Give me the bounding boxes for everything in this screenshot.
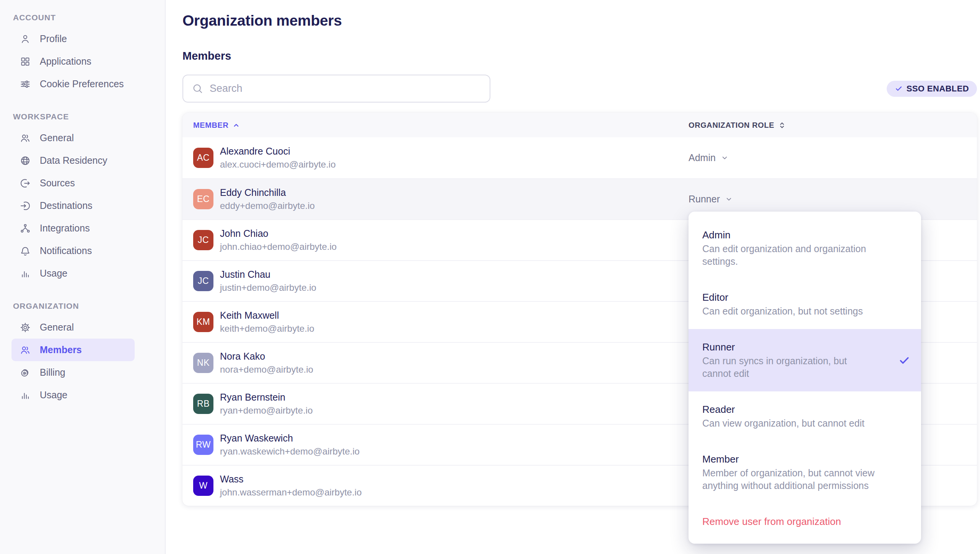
globe-icon [20,155,31,166]
role-option-description: Member of organization, but cannot view … [702,467,894,492]
role-option-name: Editor [702,291,907,304]
member-name: Ryan Bernstein [220,392,313,403]
member-name: Eddy Chinchilla [220,187,315,198]
sidebar-item-organization-members[interactable]: Members [11,339,135,361]
user-icon [20,34,31,44]
users-icon [20,345,31,355]
member-email: john.chiao+demo@airbyte.io [220,241,337,252]
avatar: NK [193,353,213,373]
bell-icon [20,246,31,256]
avatar: AC [193,148,213,168]
column-header-member[interactable]: MEMBER [193,121,689,130]
sidebar-item-workspace-usage[interactable]: Usage [11,262,135,285]
chevron-down-icon [725,195,733,203]
avatar: EC [193,189,213,209]
sidebar-item-label: Profile [40,33,67,44]
sidebar-item-account-applications[interactable]: Applications [11,50,135,73]
integrations-icon [20,223,31,234]
role-option-description: Can edit organization, but not settings [702,305,894,318]
sidebar-section-account: ACCOUNTProfileApplicationsCookie Prefere… [11,13,165,95]
sidebar-item-label: Integrations [40,223,90,234]
member-email: john.wasserman+demo@airbyte.io [220,487,362,498]
sidebar-item-label: General [40,322,74,333]
column-header-organization-role[interactable]: ORGANIZATION ROLE [689,121,977,130]
controls-row: SSO ENABLED [182,75,977,103]
sidebar-item-label: Members [40,344,82,355]
sort-icon [778,121,786,129]
search-icon [192,83,203,95]
sidebar-item-organization-usage[interactable]: Usage [11,384,135,406]
avatar: KM [193,312,213,332]
role-option-admin[interactable]: AdminCan edit organization and organizat… [689,217,921,279]
role-select-eddy-chinchilla[interactable]: Runner [689,194,977,205]
member-name: Alexandre Cuoci [220,146,336,157]
role-option-name: Runner [702,341,907,354]
role-option-runner[interactable]: RunnerCan run syncs in organization, but… [689,329,921,391]
sidebar-section-title-account: ACCOUNT [13,13,165,22]
sidebar-item-label: Usage [40,389,67,401]
users-icon [20,133,31,143]
sidebar-item-label: Billing [40,367,65,378]
sidebar-item-organization-billing[interactable]: Billing [11,361,135,384]
role-value: Admin [689,152,716,163]
sidebar-section-title-workspace: WORKSPACE [13,112,165,121]
member-email: ryan.waskewich+demo@airbyte.io [220,446,360,457]
member-email: alex.cuoci+demo@airbyte.io [220,159,336,170]
billing-icon [20,367,31,378]
sidebar-item-label: Notifications [40,245,92,256]
member-email: justin+demo@airbyte.io [220,282,316,293]
member-name: John Chiao [220,228,337,239]
role-dropdown-menu: AdminCan edit organization and organizat… [689,212,921,544]
sidebar-item-workspace-destinations[interactable]: Destinations [11,194,135,217]
sidebar-section-organization: ORGANIZATIONGeneralMembersBillingUsage [11,301,165,406]
member-name: Nora Kako [220,351,313,362]
bar-chart-icon [20,268,31,279]
avatar: RB [193,394,213,414]
member-name: Keith Maxwell [220,310,314,321]
role-option-description: Can edit organization and organization s… [702,243,894,268]
sidebar-item-label: Destinations [40,200,93,211]
gear-icon [20,322,31,333]
sidebar-item-account-cookie-preferences[interactable]: Cookie Preferences [11,73,135,95]
sidebar-item-label: Sources [40,178,75,189]
sidebar-item-label: Data Residency [40,155,107,166]
member-name: Justin Chau [220,269,316,280]
role-option-name: Member [702,453,907,466]
role-option-description: Can run syncs in organization, but canno… [702,355,871,380]
sidebar-item-workspace-notifications[interactable]: Notifications [11,240,135,262]
member-email: nora+demo@airbyte.io [220,364,313,375]
grid-icon [20,56,31,67]
member-email: eddy+demo@airbyte.io [220,200,315,211]
chevron-up-icon [233,122,240,129]
sidebar-section-workspace: WORKSPACEGeneralData ResidencySourcesDes… [11,112,165,285]
role-option-reader[interactable]: ReaderCan view organization, but cannot … [689,391,921,441]
role-select-alexandre-cuoci[interactable]: Admin [689,152,977,163]
role-option-member[interactable]: MemberMember of organization, but cannot… [689,441,921,503]
sliders-icon [20,79,31,90]
sidebar-item-organization-general[interactable]: General [11,316,135,339]
sidebar-item-workspace-integrations[interactable]: Integrations [11,217,135,240]
bar-chart-icon [20,390,31,401]
sidebar-item-workspace-sources[interactable]: Sources [11,172,135,194]
remove-user-action[interactable]: Remove user from organization [689,503,921,538]
sidebar-section-title-organization: ORGANIZATION [13,301,165,311]
avatar: JC [193,230,213,250]
role-option-editor[interactable]: EditorCan edit organization, but not set… [689,279,921,329]
sidebar-item-workspace-general[interactable]: General [11,127,135,149]
page-title: Organization members [182,12,980,29]
members-section-heading: Members [182,50,980,62]
member-search-box[interactable] [182,75,490,103]
sidebar-item-label: General [40,132,74,143]
search-input[interactable] [210,83,481,95]
settings-sidebar: ACCOUNTProfileApplicationsCookie Prefere… [0,0,166,554]
sidebar-item-workspace-data-residency[interactable]: Data Residency [11,149,135,172]
chevron-down-icon [721,154,729,162]
role-column-label: ORGANIZATION ROLE [689,121,774,130]
table-header-row: MEMBER ORGANIZATION ROLE [182,113,977,137]
sso-enabled-badge: SSO ENABLED [887,81,977,97]
avatar: RW [193,435,213,455]
sidebar-item-account-profile[interactable]: Profile [11,28,135,50]
member-name: Ryan Waskewich [220,433,360,444]
source-icon [20,178,31,189]
role-option-description: Can view organization, but cannot edit [702,417,894,430]
